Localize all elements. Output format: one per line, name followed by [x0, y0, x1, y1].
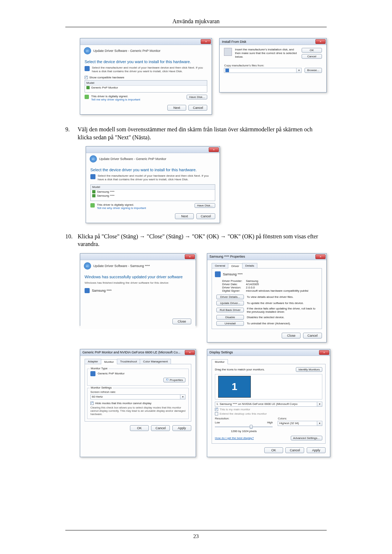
- checkbox-main-monitor[interactable]: [215, 408, 218, 411]
- desc-uninstall: To uninstall the driver (Advanced).: [247, 322, 319, 325]
- lbl-provider: Driver Provider:: [222, 279, 246, 283]
- ok-button[interactable]: OK: [130, 425, 149, 431]
- disable-button[interactable]: Disable: [216, 315, 244, 320]
- resolution-value: 1280 by 1024 pixels: [215, 430, 273, 433]
- checkbox-extend-label: Extend the desktop onto this monitor: [220, 412, 267, 415]
- group-monitor-type: Monitor Type: [90, 367, 109, 370]
- list-item[interactable]: Samsung ****: [97, 190, 114, 193]
- header-rule: [65, 27, 327, 27]
- cancel-button[interactable]: Cancel: [188, 105, 207, 111]
- cancel-button[interactable]: Cancel: [302, 54, 322, 59]
- next-button[interactable]: Next: [167, 105, 186, 111]
- model-listbox[interactable]: Model Samsung **** Samsung ****: [90, 184, 215, 201]
- list-item[interactable]: Samsung ****: [97, 194, 114, 197]
- dialog-display-settings: Display Settings× Monitor Drag the icons…: [207, 349, 330, 457]
- colors-select[interactable]: Highest (32 bit): [278, 421, 317, 426]
- val-version: 2.0.0.0: [246, 286, 309, 289]
- cancel-button[interactable]: Cancel: [285, 447, 304, 453]
- page-number: 23: [0, 530, 392, 539]
- tab-driver[interactable]: Driver: [228, 263, 242, 268]
- signing-link[interactable]: Tell me why driver signing is important: [91, 98, 140, 101]
- resolution-slider[interactable]: [215, 426, 273, 427]
- back-icon[interactable]: ←: [84, 47, 91, 54]
- monitor-icon: [86, 86, 90, 89]
- close-icon[interactable]: ×: [315, 254, 326, 259]
- have-disk-button[interactable]: Have Disk...: [195, 203, 215, 208]
- list-item[interactable]: Generic PnP Monitor: [91, 86, 118, 89]
- chevron-down-icon[interactable]: ▾: [297, 68, 302, 73]
- checkbox-extend[interactable]: [215, 412, 218, 415]
- dialog-monitor-adapter: Generic PnP Monitor and NVIDIA GeForce 6…: [80, 349, 196, 457]
- have-disk-button[interactable]: Have Disk...: [187, 95, 207, 99]
- driver-details-button[interactable]: Driver Details...: [216, 295, 244, 299]
- identify-button[interactable]: Identify Monitors: [296, 367, 322, 372]
- close-icon[interactable]: ×: [185, 350, 195, 355]
- tab-troubleshoot[interactable]: Troubleshoot: [117, 359, 140, 364]
- dialog-title: Generic PnP Monitor and NVIDIA GeForce 6…: [82, 350, 180, 354]
- checkbox-main-monitor-label: This is my main monitor: [220, 408, 250, 411]
- device-name: Samsung ****: [223, 272, 243, 276]
- cancel-button[interactable]: Cancel: [303, 333, 322, 338]
- breadcrumb: Update Driver Software - Samsung ****: [93, 264, 150, 268]
- advanced-settings-button[interactable]: Advanced Settings...: [291, 436, 322, 440]
- dialog-title: Display Settings: [209, 350, 233, 354]
- best-display-link[interactable]: How do I get the best display?: [215, 436, 254, 440]
- next-button[interactable]: Next: [175, 213, 194, 219]
- monitor-select[interactable]: 1. Samsung **** on NVIDIA GeForce 6600 L…: [215, 402, 317, 407]
- model-listbox[interactable]: Model Generic PnP Monitor: [85, 80, 207, 93]
- signing-link[interactable]: Tell me why driver signing is important: [97, 206, 146, 210]
- properties-button[interactable]: ⛉ Properties: [163, 378, 185, 382]
- signed-text: This driver is digitally signed.: [97, 203, 146, 206]
- chevron-down-icon[interactable]: ▾: [180, 394, 185, 399]
- rollback-button[interactable]: Roll Back Driver: [216, 308, 244, 312]
- desc-rollback: If the device fails after updating the d…: [247, 307, 319, 313]
- desc-update: To update the driver software for this d…: [247, 301, 319, 305]
- cancel-button[interactable]: Cancel: [196, 213, 215, 219]
- device-name: Samsung ****: [92, 289, 112, 292]
- lbl-signer: Digital Signer:: [222, 289, 246, 292]
- tab-monitor[interactable]: Monitor: [101, 359, 117, 364]
- disk-icon: [224, 48, 232, 56]
- back-icon[interactable]: ←: [90, 155, 97, 163]
- breadcrumb: Update Driver Software - Generic PnP Mon…: [99, 157, 166, 161]
- browse-button[interactable]: Browse...: [305, 68, 322, 73]
- close-icon[interactable]: ×: [201, 39, 211, 44]
- cancel-button[interactable]: Cancel: [151, 425, 170, 431]
- lbl-version: Driver Version:: [222, 286, 246, 289]
- uninstall-button[interactable]: Uninstall: [216, 321, 244, 326]
- dialog-heading: Select the device driver you want to ins…: [85, 59, 207, 64]
- apply-button[interactable]: Apply: [307, 447, 326, 453]
- path-input[interactable]: [224, 68, 297, 73]
- tab-color-management[interactable]: Color Management: [140, 359, 171, 364]
- refresh-select[interactable]: 60 Hertz: [90, 394, 180, 399]
- chevron-down-icon[interactable]: ▾: [317, 421, 322, 426]
- close-icon[interactable]: ×: [319, 350, 329, 355]
- device-icon: [90, 174, 95, 179]
- dialog-title: Samsung **** Properties: [209, 255, 245, 258]
- close-icon[interactable]: ×: [185, 254, 195, 259]
- resolution-label: Resolution:: [215, 417, 273, 420]
- close-button[interactable]: Close: [282, 333, 301, 338]
- checkbox-hide-modes[interactable]: [90, 402, 94, 405]
- desc-disable: Disables the selected device.: [247, 316, 319, 319]
- monitor-preview-1[interactable]: 1: [218, 376, 251, 398]
- close-icon[interactable]: ×: [209, 147, 219, 152]
- checkbox-compatible[interactable]: [85, 76, 88, 79]
- group-monitor-settings: Monitor Settings: [90, 386, 113, 389]
- tab-adapter[interactable]: Adapter: [85, 359, 101, 364]
- ok-button[interactable]: OK: [264, 447, 283, 453]
- tab-monitor[interactable]: Monitor: [212, 359, 228, 364]
- monitor-icon: [90, 371, 95, 376]
- chevron-down-icon[interactable]: ▾: [317, 402, 322, 407]
- back-icon[interactable]: ←: [84, 262, 91, 270]
- update-driver-button[interactable]: Update Driver...: [216, 301, 244, 305]
- ok-button[interactable]: OK: [302, 48, 322, 53]
- monitor-icon: [92, 194, 95, 197]
- close-icon[interactable]: ×: [315, 39, 326, 44]
- close-button[interactable]: Close: [172, 319, 191, 324]
- apply-button[interactable]: Apply: [172, 425, 191, 431]
- step-10: 10. Klicka på "Close" (Stäng) → "Close" …: [65, 233, 327, 248]
- tab-general[interactable]: General: [212, 263, 228, 268]
- tab-details[interactable]: Details: [242, 263, 257, 268]
- device-icon: [85, 66, 90, 71]
